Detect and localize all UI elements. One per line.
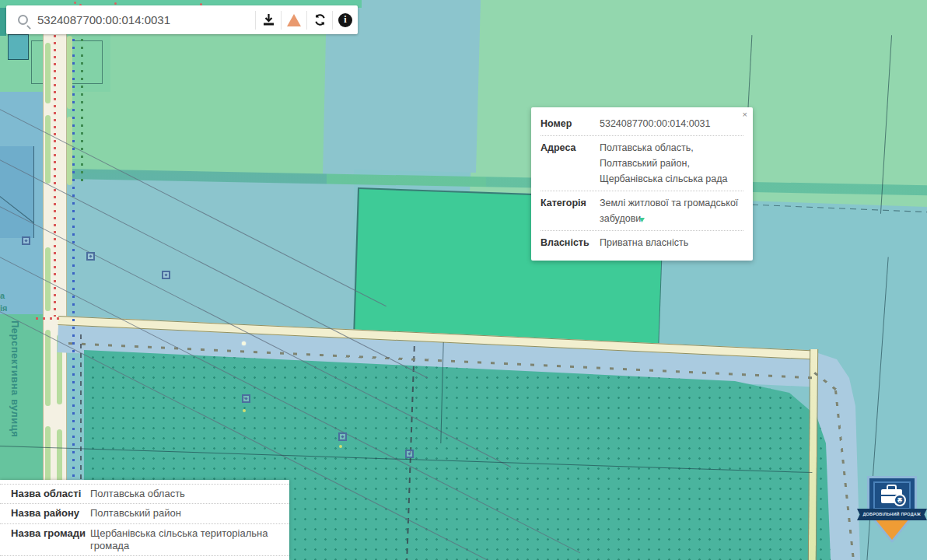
refresh-icon [313,13,327,26]
info-row-label: Назва області [11,488,90,500]
survey-point [242,341,246,345]
power-pole-marker [338,432,347,441]
info-row: Назва району Полтавський район [0,504,289,523]
popup-row-label: Номер [540,116,600,131]
boundary-road-vertical [808,349,818,560]
road-median-stripe [45,247,51,311]
info-row-value: Полтавський район [90,507,285,520]
parcel-info-popup: × Номер 5324087700:00:014:0031 Адреса По… [531,107,753,261]
street-name-fragment: ія [0,303,7,313]
info-row-value: Щербанівська сільська територіальна гром… [90,527,285,553]
popup-row: Номер 5324087700:00:014:0031 [540,112,743,135]
info-icon: i [338,13,352,27]
road-median-stripe [45,115,51,184]
info-row: КОАТУУ 5324087700 [0,556,289,560]
search-icon [18,15,28,25]
warning-icon [287,14,301,26]
street-name-label: Перспективна вулиця [9,320,21,457]
info-row-label: Назва громади [11,527,90,553]
power-pole-marker [22,236,30,245]
popup-row-value: Землі житлової та громадської забудови [600,195,743,226]
popup-row-value: Полтавська область, Полтавський район, Щ… [600,140,743,187]
popup-row: Власність Приватна власність [540,230,743,254]
hryvnia-coin-icon: ₴ [894,494,906,506]
popup-row: Адреса Полтавська область, Полтавський р… [540,135,743,191]
info-row-label: Назва району [11,507,90,520]
warning-button[interactable] [281,11,306,30]
street-name-fragment: а [0,291,5,300]
popup-row-label: Категорія [540,195,600,226]
red-dotted-line-turn [36,317,61,320]
download-button[interactable] [255,11,281,30]
popup-row-value: Приватна власність [600,235,743,250]
survey-point [243,409,246,412]
info-button[interactable]: i [332,11,358,30]
badge-ribbon: ДОБРОВІЛЬНИЙ ПРОДАЖ [857,509,927,520]
cadastral-map-app: Перспективна вулиця а ія [0,0,927,560]
power-pole-marker [86,252,95,261]
gray-dashed-line [80,334,82,482]
close-icon[interactable]: × [743,110,747,119]
power-pole-marker [242,394,250,403]
map-building-block [8,34,29,60]
info-row: Назва області Полтавська область [0,484,289,504]
search-input[interactable] [28,13,255,26]
popup-row-label: Адреса [540,140,600,187]
red-dotted-line [54,0,56,317]
voluntary-sale-badge[interactable]: ₴ ДОБРОВІЛЬНИЙ ПРОДАЖ [857,471,927,552]
search-bar: i [6,5,358,34]
map-polygon-blue-left2 [0,146,34,238]
survey-point [339,445,342,448]
roadside-green-stripe [67,36,72,109]
road-median-stripe [45,43,51,103]
popup-row: Категорія Землі житлової та громадської … [540,191,743,230]
badge-ribbon-text: ДОБРОВІЛЬНИЙ ПРОДАЖ [863,512,921,516]
map-dot [74,2,76,4]
road-median-stripe [45,330,51,406]
popup-row-value: 5324087700:00:014:0031 [600,116,743,131]
map-dot [114,2,117,5]
power-pole-marker [405,450,414,458]
region-info-panel: Назва області Полтавська область Назва р… [0,480,289,560]
blue-dotted-line [72,0,75,481]
info-row: Назва громади Щербанівська сільська тери… [0,524,289,557]
power-pole-marker [162,271,170,279]
popup-row-label: Власність [540,235,600,250]
map-top-strip-block [0,8,6,36]
refresh-button[interactable] [306,11,332,30]
info-row-value: Полтавська область [90,488,285,500]
roadside-green-stripe [67,117,72,185]
download-icon [262,13,275,26]
